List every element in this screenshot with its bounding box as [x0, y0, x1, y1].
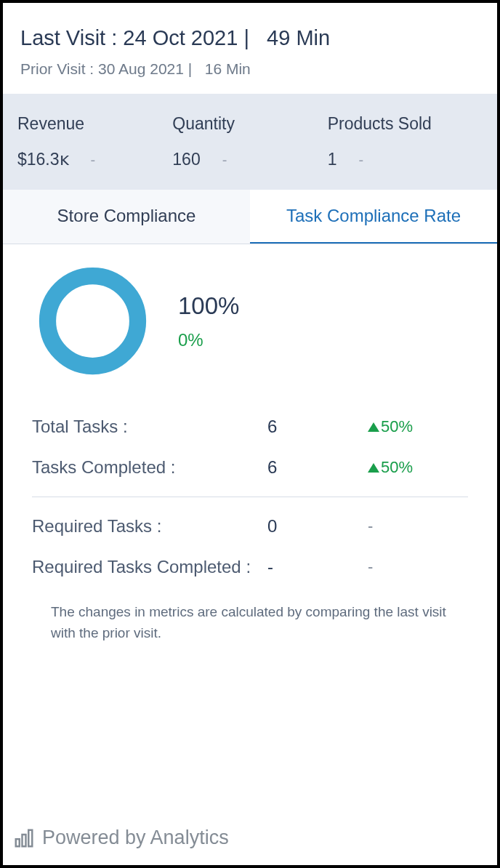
bar-chart-icon: [13, 827, 35, 849]
task-label: Required Tasks :: [32, 516, 267, 537]
task-value: 6: [267, 457, 368, 478]
svg-rect-2: [23, 835, 26, 846]
triangle-up-icon: [368, 463, 379, 473]
task-change: -: [368, 517, 468, 536]
separator: |: [188, 60, 201, 77]
last-visit-label: Last Visit :: [20, 26, 117, 49]
metric-delta: -: [358, 152, 363, 169]
row-required-tasks-completed: Required Tasks Completed : - -: [32, 547, 468, 587]
svg-rect-1: [16, 839, 20, 846]
metric-label: Quantity: [172, 114, 327, 134]
metric-revenue: Revenue $16.3ᴋ -: [17, 114, 172, 169]
gauge-percent: 100%: [178, 292, 239, 320]
prior-visit-line: Prior Visit : 30 Aug 2021 | 16 Min: [20, 60, 480, 78]
metric-label: Products Sold: [328, 114, 483, 134]
prior-visit-label: Prior Visit :: [20, 60, 94, 77]
last-visit-duration: 49 Min: [267, 26, 330, 49]
last-visit-date: 24 Oct 2021: [123, 26, 238, 49]
task-label: Required Tasks Completed :: [32, 557, 267, 577]
metric-value: 1: [328, 150, 337, 169]
powered-by: Powered by Analytics: [3, 822, 497, 865]
metric-delta: -: [91, 152, 96, 169]
last-visit-line: Last Visit : 24 Oct 2021 | 49 Min: [20, 26, 480, 50]
row-tasks-completed: Tasks Completed : 6 50%: [32, 447, 468, 488]
metric-products-sold: Products Sold 1 -: [328, 114, 483, 169]
task-value: -: [267, 557, 368, 577]
gauge-sub: 0%: [178, 330, 239, 350]
task-value: 6: [267, 417, 368, 437]
triangle-up-icon: [368, 422, 379, 432]
row-total-tasks: Total Tasks : 6 50%: [32, 406, 468, 447]
separator: |: [243, 26, 261, 49]
tab-content: 100% 0% Total Tasks : 6 50% Tasks Comple…: [3, 244, 497, 822]
svg-rect-3: [28, 829, 32, 846]
task-change: 50%: [368, 417, 468, 436]
metric-value: 160: [172, 150, 200, 169]
divider: [32, 497, 468, 497]
row-required-tasks: Required Tasks : 0 -: [32, 506, 468, 547]
prior-visit-date: 30 Aug 2021: [98, 60, 184, 77]
task-change: -: [368, 558, 468, 576]
gauge-row: 100% 0%: [25, 265, 475, 377]
metric-quantity: Quantity 160 -: [172, 114, 327, 169]
task-label: Total Tasks :: [32, 417, 267, 437]
metric-label: Revenue: [17, 114, 172, 134]
footnote: The changes in metrics are calculated by…: [25, 587, 475, 658]
compliance-ring-icon: [36, 265, 149, 377]
visit-header: Last Visit : 24 Oct 2021 | 49 Min Prior …: [3, 3, 497, 94]
svg-point-0: [48, 276, 138, 366]
task-value: 0: [267, 516, 368, 537]
tabs: Store Compliance Task Compliance Rate: [3, 190, 497, 244]
metric-delta: -: [222, 152, 227, 169]
task-label: Tasks Completed :: [32, 457, 267, 478]
task-change: 50%: [368, 458, 468, 477]
tab-store-compliance[interactable]: Store Compliance: [3, 190, 250, 244]
powered-label: Powered by Analytics: [42, 827, 229, 849]
prior-visit-duration: 16 Min: [205, 60, 251, 77]
metrics-bar: Revenue $16.3ᴋ - Quantity 160 - Products…: [3, 94, 497, 190]
task-metrics: Total Tasks : 6 50% Tasks Completed : 6 …: [25, 406, 475, 587]
tab-task-compliance-rate[interactable]: Task Compliance Rate: [250, 190, 497, 244]
metric-value: $16.3ᴋ: [17, 150, 69, 169]
